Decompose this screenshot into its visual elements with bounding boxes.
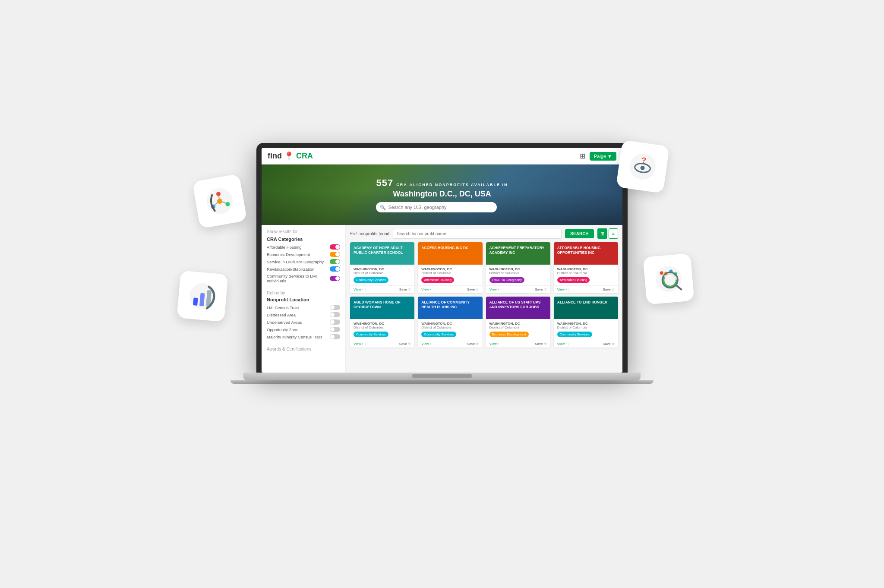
loc-label: Majority Minority Census Tract [267,335,322,339]
card-actions: View › | Save ☆ [486,285,550,293]
save-button[interactable]: Save ☆ [535,342,546,346]
card-body: WASHINGTON, DC District of Columbia Affo… [418,265,482,285]
category-label: Community Services to LMI Individuals [267,274,330,283]
card-actions: View › | Save ☆ [350,285,414,293]
card-name: ALLIANCE OF COMMUNITY HEALTH PLANS INC [421,300,479,310]
nonprofit-card-academy-hope: ACADEMY OF HOPE ADULT PUBLIC CHARTER SCH… [350,242,414,293]
svg-point-16 [654,265,682,293]
save-button[interactable]: Save ☆ [535,288,546,291]
card-name: AGED WOMANS HOME OF GEORGETOWN [354,300,411,310]
save-button[interactable]: Save ☆ [467,342,479,346]
geography-search-input[interactable] [376,202,497,212]
category-community-services: Community Services to LMI Individuals [267,274,340,283]
grid-icon[interactable]: ⊞ [580,152,585,160]
card-body: WASHINGTON, DC District of Columbia Comm… [350,265,414,285]
float-card-network [192,174,247,228]
category-affordable-housing: Affordable Housing [267,244,340,250]
view-button[interactable]: View › [557,342,567,346]
card-location: WASHINGTON, DC [557,267,615,271]
svg-rect-9 [193,297,198,306]
card-location: WASHINGTON, DC [354,322,411,326]
card-district: District of Columbia [421,326,479,329]
float-card-chart [177,270,228,322]
view-button[interactable]: View › [557,288,567,291]
hero-content: 557 CRA-ALIGNED NONPROFITS AVAILABLE IN … [376,177,508,212]
card-district: District of Columbia [489,271,547,275]
list-view-button[interactable]: ≡ [609,228,618,239]
search-button[interactable]: SEARCH [565,229,594,238]
logo-find: find [268,152,282,161]
card-body: WASHINGTON, DC District of Columbia Comm… [418,319,482,340]
card-location: WASHINGTON, DC [489,322,547,326]
card-badge: Community Services [354,277,388,283]
loc-opportunity: Opportunity Zone [267,327,340,332]
category-service-lmi: Service in LMI/CRA Geography [267,259,340,264]
card-header: AFFORDABLE HOUSING OPPORTUNITIES INC [554,242,618,265]
lmi-census-toggle[interactable] [330,305,340,310]
save-button[interactable]: Save ☆ [603,342,615,346]
underserved-toggle[interactable] [330,319,340,325]
loc-distressed: Distressed Area [267,312,340,317]
grid-view-button[interactable]: ⊞ [597,228,607,239]
app-header: find 📍 CRA ⊞ Paige ▼ [262,148,622,164]
card-actions: View › | Save ☆ [418,340,482,348]
card-district: District of Columbia [421,271,479,275]
view-button[interactable]: View › [421,288,431,291]
save-button[interactable]: Save ☆ [603,288,615,291]
hero-count: 557 CRA-ALIGNED NONPROFITS AVAILABLE IN [376,177,508,189]
card-name: AFFORDABLE HOUSING OPPORTUNITIES INC [557,246,615,255]
distressed-toggle[interactable] [330,312,340,317]
view-button[interactable]: View › [354,288,363,291]
results-panel: 557 nonprofits found SEARCH ⊞ ≡ [346,225,622,373]
affordable-housing-toggle[interactable] [330,244,340,250]
view-button[interactable]: View › [421,342,431,346]
float-card-analytics [643,253,694,304]
card-actions: View › | Save ☆ [418,285,482,293]
card-header: AGED WOMANS HOME OF GEORGETOWN [350,297,414,319]
sidebar-divider [267,287,340,287]
revitalization-toggle[interactable] [330,266,340,272]
view-button[interactable]: View › [489,342,499,346]
card-body: WASHINGTON, DC District of Columbia Comm… [554,319,618,340]
loc-label: Distressed Area [267,313,296,317]
save-button[interactable]: Save ☆ [467,288,479,291]
card-header: ACADEMY OF HOPE ADULT PUBLIC CHARTER SCH… [350,242,414,265]
show-results-label: Show results for [267,229,340,234]
category-revitalization: Revitalization/Stabilization [267,266,340,272]
card-badge: Affordable Housing [421,277,454,283]
opportunity-toggle[interactable] [330,327,340,332]
nonprofit-card-alliance-community-health: ALLIANCE OF COMMUNITY HEALTH PLANS INC W… [418,297,482,348]
main-content: Show results for CRA Categories Affordab… [262,225,622,373]
hero-location: Washington D.C., DC, USA [376,190,508,199]
card-district: District of Columbia [557,326,615,329]
nonprofit-card-alliance-startups: ALLIANCE OF US STARTUPS AND INVESTORS FO… [486,297,550,348]
nonprofit-card-alliance-end-hunger: ALLIANCE TO END HUNGER WASHINGTON, DC Di… [554,297,618,348]
nonprofit-location-title: Nonprofit Location [267,297,340,302]
card-district: District of Columbia [354,326,411,329]
card-district: District of Columbia [557,271,615,275]
card-district: District of Columbia [489,326,547,329]
nonprofit-card-achievement: ACHIEVEMENT PREPARATORY ACADEMY INC WASH… [486,242,550,293]
save-button[interactable]: Save ☆ [399,288,411,291]
view-button[interactable]: View › [489,288,499,291]
nonprofit-name-search-input[interactable] [393,229,562,239]
scene: ? find 📍 [183,121,701,467]
card-header: ALLIANCE TO END HUNGER [554,297,618,319]
majority-minority-toggle[interactable] [330,334,340,339]
card-badge: Community Services [557,332,592,337]
save-button[interactable]: Save ☆ [399,342,411,346]
service-lmi-toggle[interactable] [330,259,340,264]
card-name: ACADEMY OF HOPE ADULT PUBLIC CHARTER SCH… [354,246,411,255]
view-button[interactable]: View › [354,342,363,346]
nonprofit-card-aged-womans: AGED WOMANS HOME OF GEORGETOWN WASHINGTO… [350,297,414,348]
card-body: WASHINGTON, DC District of Columbia Comm… [350,319,414,340]
refine-by-label: Refine by [267,291,340,295]
economic-development-toggle[interactable] [330,252,340,257]
community-services-toggle[interactable] [330,276,340,281]
card-location: WASHINGTON, DC [557,322,615,326]
user-menu-button[interactable]: Paige ▼ [590,152,616,161]
analytics-icon [652,262,685,295]
card-badge: Community Services [354,332,388,337]
loc-label: Opportunity Zone [267,327,298,332]
laptop-screen-bezel: find 📍 CRA ⊞ Paige ▼ 557 CR [256,143,628,373]
